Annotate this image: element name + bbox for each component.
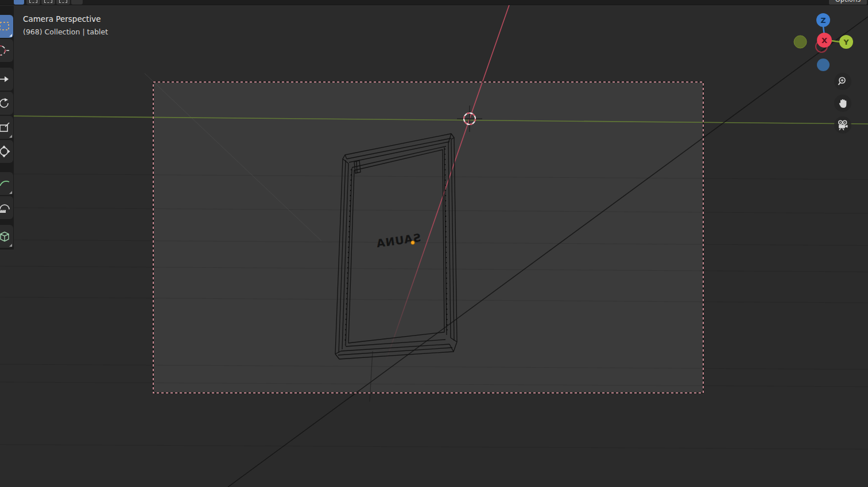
camera-view-icon	[837, 120, 848, 130]
annotate-icon	[0, 177, 11, 190]
select-mode-extra-button[interactable]	[71, 0, 83, 5]
axis-z-negative-ball[interactable]	[817, 59, 830, 71]
annotate-tool-button[interactable]	[0, 172, 13, 195]
pan-hand-icon	[838, 98, 848, 108]
zoom-button[interactable]	[834, 73, 851, 90]
transform-tool-button[interactable]	[0, 140, 13, 163]
axis-y-label: Y	[843, 38, 849, 46]
scale-tool-button[interactable]	[0, 116, 13, 139]
tool-shelf	[0, 6, 14, 250]
blender-3d-viewport: { "viewport": { "view_name": "Camera Per…	[0, 0, 868, 487]
viewport-header-bar: Options	[0, 0, 868, 5]
select-box-icon	[29, 0, 37, 3]
transform-icon	[0, 145, 11, 158]
rotate-tool-button[interactable]	[0, 92, 13, 115]
select-box-tool-button[interactable]	[0, 15, 13, 38]
measure-tool-button[interactable]	[0, 196, 13, 219]
add-cube-icon	[0, 230, 11, 243]
select-circle-mode-button[interactable]	[41, 0, 55, 5]
zoom-icon	[838, 76, 848, 87]
collection-info-label: (968) Collection | tablet	[23, 28, 108, 36]
options-button[interactable]: Options	[829, 0, 867, 5]
view-name-label: Camera Perspective	[23, 14, 100, 24]
select-circle-icon	[44, 0, 52, 3]
camera-view-button[interactable]	[834, 116, 851, 134]
move-tool-button[interactable]	[0, 68, 13, 91]
y-axis-line	[831, 41, 840, 42]
select-lasso-icon	[59, 0, 67, 3]
navigation-gizmo[interactable]: Z Y X	[791, 10, 860, 79]
axis-z-label: Z	[820, 16, 826, 25]
tweak-mode-button[interactable]	[14, 0, 24, 5]
select-box-mode-button[interactable]	[26, 0, 40, 5]
measure-icon	[0, 201, 11, 214]
add-cube-tool-button[interactable]	[0, 225, 13, 248]
rotate-icon	[0, 97, 11, 110]
pan-button[interactable]	[834, 95, 851, 112]
move-icon	[0, 73, 11, 85]
cursor-tool-button[interactable]	[0, 39, 13, 62]
cursor-icon	[0, 44, 11, 57]
axis-y-negative-ball[interactable]	[794, 36, 807, 48]
scale-icon	[0, 121, 11, 134]
axis-x-label: X	[822, 36, 827, 45]
viewport-canvas[interactable]: SAUNA	[0, 0, 868, 487]
select-box-icon	[0, 20, 11, 33]
select-lasso-mode-button[interactable]	[56, 0, 70, 5]
object-origin-dot[interactable]	[411, 241, 415, 245]
